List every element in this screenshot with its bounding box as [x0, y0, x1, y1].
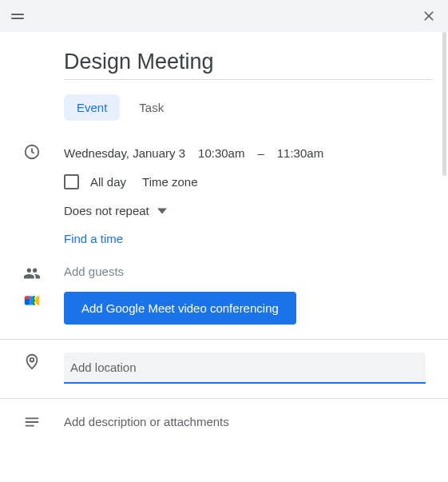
all-day-label: All day [90, 175, 126, 189]
people-icon [0, 261, 64, 282]
tab-task[interactable]: Task [126, 94, 176, 121]
event-date[interactable]: Wednesday, January 3 [64, 146, 185, 160]
scrollbar-thumb[interactable] [442, 32, 446, 176]
event-title-input[interactable] [64, 46, 432, 80]
location-input[interactable] [64, 353, 426, 382]
add-description-button[interactable]: Add description or attachments [64, 410, 432, 433]
timezone-button[interactable]: Time zone [142, 175, 197, 189]
time-separator: – [257, 146, 264, 160]
tab-event[interactable]: Event [64, 94, 120, 121]
find-a-time-link[interactable]: Find a time [64, 221, 432, 255]
scrollbar[interactable] [442, 32, 448, 482]
event-start-time[interactable]: 10:30am [198, 146, 244, 160]
add-guests-input[interactable]: Add guests [64, 261, 432, 281]
google-meet-icon [0, 289, 64, 309]
dialog-topbar [0, 0, 448, 32]
location-icon [0, 349, 64, 370]
svg-point-1 [30, 358, 34, 362]
recurrence-label: Does not repeat [64, 204, 149, 217]
chevron-down-icon [157, 206, 167, 216]
description-icon [0, 410, 64, 431]
close-button[interactable] [421, 8, 437, 24]
all-day-checkbox[interactable] [64, 174, 79, 189]
recurrence-dropdown[interactable]: Does not repeat [64, 194, 432, 221]
dialog-content: Event Task Wednesday, January 3 10:30am … [0, 32, 448, 482]
drag-handle-icon[interactable] [11, 14, 24, 19]
type-tabs: Event Task [0, 83, 448, 127]
event-end-time[interactable]: 11:30am [277, 146, 323, 160]
add-meet-button[interactable]: Add Google Meet video conferencing [64, 292, 296, 325]
clock-icon [0, 140, 64, 161]
